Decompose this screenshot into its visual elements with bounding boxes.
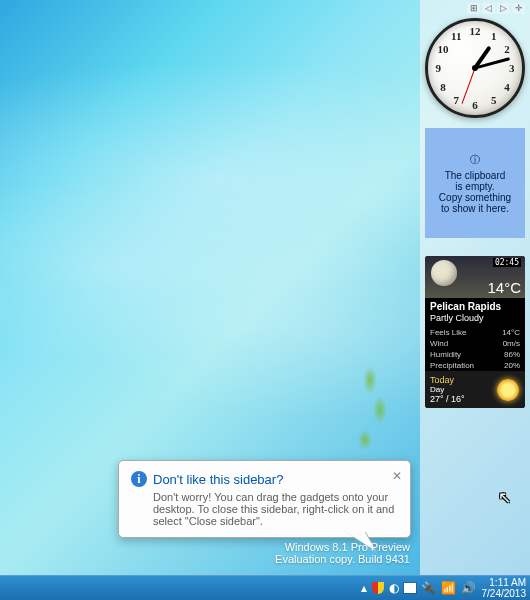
balloon-title: i Don't like this sidebar? (131, 471, 398, 487)
clock-numeral: 3 (509, 62, 515, 74)
clock-numeral: 12 (470, 25, 481, 37)
today-label: Today (430, 375, 465, 385)
tray-chevron-up-icon[interactable]: ▴ (361, 581, 367, 595)
info-icon: ⓘ (470, 153, 480, 167)
clock-numeral: 9 (436, 62, 442, 74)
weather-precip: Precipitation20% (425, 360, 525, 371)
tray-app-icon[interactable]: ◐ (389, 581, 399, 595)
clock-numeral: 2 (504, 43, 510, 55)
weather-today-forecast[interactable]: Today Day 27° / 16° (425, 371, 525, 408)
weather-gadget[interactable]: 02:45 14°C Pelican Rapids Partly Cloudy … (425, 256, 525, 408)
today-hilo: 27° / 16° (430, 394, 465, 404)
gadget-sidebar[interactable]: ⊞ ◁ ▷ ✛ 12 1 2 3 4 5 6 7 8 9 10 11 ⓘ The… (420, 0, 530, 575)
weather-temperature: 14°C (487, 279, 521, 296)
power-icon[interactable]: 🔌 (421, 581, 436, 595)
next-button[interactable]: ▷ (497, 3, 510, 14)
taskbar-clock[interactable]: 1:11 AM 7/24/2013 (482, 577, 527, 599)
weather-hero: 02:45 14°C (425, 256, 525, 298)
weather-feelslike: Feels Like14°C (425, 327, 525, 338)
clock-numeral: 4 (504, 81, 510, 93)
sun-icon (497, 379, 519, 401)
clock-numeral: 1 (491, 30, 497, 42)
clock-numeral: 8 (440, 81, 446, 93)
weather-condition: Partly Cloudy (425, 313, 525, 327)
clipboard-text: to show it here. (441, 203, 509, 214)
clock-numeral: 7 (453, 94, 459, 106)
clock-numeral: 10 (438, 43, 449, 55)
security-shield-icon[interactable] (372, 582, 384, 594)
clipboard-text: is empty. (455, 181, 494, 192)
close-icon[interactable]: ✕ (392, 469, 402, 483)
today-period: Day (430, 385, 465, 394)
desktop-wallpaper[interactable]: ⊞ ◁ ▷ ✛ 12 1 2 3 4 5 6 7 8 9 10 11 ⓘ The… (0, 0, 530, 600)
weather-wind: Wind0m/s (425, 338, 525, 349)
info-icon: i (131, 471, 147, 487)
clock-gadget[interactable]: 12 1 2 3 4 5 6 7 8 9 10 11 (425, 18, 525, 118)
clock-numeral: 6 (472, 99, 478, 111)
clipboard-text: Copy something (439, 192, 511, 203)
sidebar-control-strip: ⊞ ◁ ▷ ✛ (467, 3, 525, 14)
sidebar-tip-balloon: ✕ i Don't like this sidebar? Don't worry… (118, 460, 411, 538)
taskbar[interactable]: ▴ ◐ 🔌 📶 🔊 1:11 AM 7/24/2013 (0, 575, 530, 600)
balloon-body: Don't worry! You can drag the gadgets on… (131, 491, 398, 527)
weather-humidity: Humidity86% (425, 349, 525, 360)
clipboard-text: The clipboard (445, 170, 506, 181)
clock-numeral: 11 (451, 30, 461, 42)
volume-icon[interactable]: 🔊 (461, 581, 476, 595)
action-center-flag-icon[interactable] (404, 583, 416, 593)
prev-button[interactable]: ◁ (482, 3, 495, 14)
network-signal-icon[interactable]: 📶 (441, 581, 456, 595)
clipboard-gadget[interactable]: ⓘ The clipboard is empty. Copy something… (425, 128, 525, 238)
add-gadget-button[interactable]: ✛ (512, 3, 525, 14)
gadgets-button[interactable]: ⊞ (467, 3, 480, 14)
build-watermark: Windows 8.1 Pro Preview Evaluation copy.… (275, 541, 410, 565)
weather-location: Pelican Rapids (425, 298, 525, 313)
clock-center-pin (472, 65, 478, 71)
system-tray: ▴ ◐ 🔌 📶 🔊 (361, 581, 476, 595)
weather-obs-time: 02:45 (493, 258, 521, 267)
moon-icon (431, 260, 457, 286)
clock-numeral: 5 (491, 94, 497, 106)
